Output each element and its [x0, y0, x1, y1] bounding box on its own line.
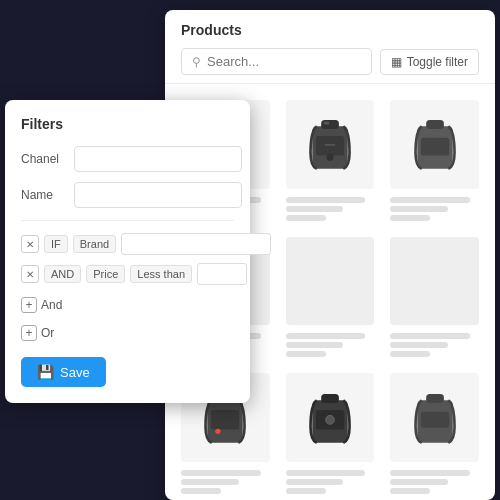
save-button[interactable]: 💾 Save	[21, 357, 106, 387]
product-line	[390, 342, 448, 348]
product-lines	[286, 197, 375, 221]
product-line	[390, 197, 470, 203]
product-line	[390, 479, 448, 485]
product-line	[286, 351, 326, 357]
product-card[interactable]	[278, 365, 383, 499]
product-line	[286, 197, 366, 203]
product-line	[390, 206, 448, 212]
product-lines	[390, 333, 479, 357]
filter-field-name: Name	[21, 182, 234, 208]
svg-rect-6	[316, 136, 344, 156]
product-card[interactable]	[278, 229, 383, 366]
rule-connector-and: AND	[44, 265, 81, 283]
product-line	[181, 479, 239, 485]
svg-rect-5	[321, 120, 339, 129]
svg-rect-22	[426, 394, 444, 403]
product-image	[390, 100, 479, 189]
filters-footer: 💾 Save	[21, 357, 234, 387]
product-line	[390, 351, 430, 357]
rule-field-price: Price	[86, 265, 125, 283]
svg-rect-23	[420, 411, 448, 427]
product-line	[390, 333, 470, 339]
filter-label-name: Name	[21, 188, 66, 202]
search-input[interactable]	[207, 54, 361, 69]
products-header: Products ⚲ ▦ Toggle filter	[165, 10, 495, 84]
save-label: Save	[60, 365, 90, 380]
product-line	[390, 470, 470, 476]
svg-point-20	[326, 415, 335, 424]
svg-rect-15	[211, 410, 239, 430]
search-bar: ⚲ ▦ Toggle filter	[181, 48, 479, 75]
product-lines	[286, 333, 375, 357]
add-and-icon: +	[21, 297, 37, 313]
rule-value-price-input[interactable]	[197, 263, 247, 285]
toggle-filter-label: Toggle filter	[407, 55, 468, 69]
add-or-icon: +	[21, 325, 37, 341]
filter-rule-2: ✕ AND Price Less than	[21, 263, 234, 285]
svg-rect-9	[324, 122, 329, 125]
toggle-filter-button[interactable]: ▦ Toggle filter	[380, 49, 479, 75]
product-card[interactable]	[278, 92, 383, 229]
add-and-button[interactable]: + And	[21, 293, 62, 317]
search-input-wrap: ⚲	[181, 48, 372, 75]
product-image	[390, 237, 479, 326]
product-lines	[390, 470, 479, 494]
filters-title: Filters	[21, 116, 234, 132]
product-line	[181, 470, 261, 476]
search-icon: ⚲	[192, 55, 201, 69]
products-title: Products	[181, 22, 479, 38]
product-line	[390, 215, 430, 221]
rule-field-brand: Brand	[73, 235, 116, 253]
svg-point-8	[326, 154, 333, 161]
product-line	[286, 470, 366, 476]
svg-rect-12	[420, 138, 448, 156]
filter-field-chanel: Chanel	[21, 146, 234, 172]
filter-divider	[21, 220, 234, 221]
product-image	[286, 373, 375, 462]
svg-rect-7	[325, 144, 336, 146]
product-lines	[286, 470, 375, 494]
product-card[interactable]	[382, 92, 487, 229]
product-lines	[181, 470, 270, 494]
add-or-button[interactable]: + Or	[21, 321, 54, 345]
product-line	[286, 488, 326, 494]
add-and-label: And	[41, 298, 62, 312]
product-image	[286, 100, 375, 189]
rule-value-brand-input[interactable]	[121, 233, 271, 255]
rule-connector-if: IF	[44, 235, 68, 253]
filter-icon: ▦	[391, 55, 402, 69]
filter-input-chanel[interactable]	[74, 146, 242, 172]
filter-rule-1: ✕ IF Brand	[21, 233, 234, 255]
product-line	[286, 342, 344, 348]
save-icon: 💾	[37, 364, 54, 380]
svg-point-16	[216, 428, 221, 433]
product-lines	[390, 197, 479, 221]
product-card[interactable]	[382, 229, 487, 366]
product-line	[286, 479, 344, 485]
rule-operator-less-than: Less than	[130, 265, 192, 283]
filters-panel: Filters Chanel Name ✕ IF Brand ✕ AND Pri…	[5, 100, 250, 403]
remove-rule-1-button[interactable]: ✕	[21, 235, 39, 253]
product-card[interactable]	[382, 365, 487, 499]
filter-input-name[interactable]	[74, 182, 242, 208]
product-line	[286, 206, 344, 212]
filter-label-chanel: Chanel	[21, 152, 66, 166]
remove-rule-2-button[interactable]: ✕	[21, 265, 39, 283]
add-or-label: Or	[41, 326, 54, 340]
product-line	[286, 333, 366, 339]
svg-rect-11	[426, 120, 444, 129]
product-line	[390, 488, 430, 494]
product-image	[286, 237, 375, 326]
product-line	[181, 488, 221, 494]
svg-rect-18	[321, 394, 339, 403]
product-line	[286, 215, 326, 221]
product-image	[390, 373, 479, 462]
